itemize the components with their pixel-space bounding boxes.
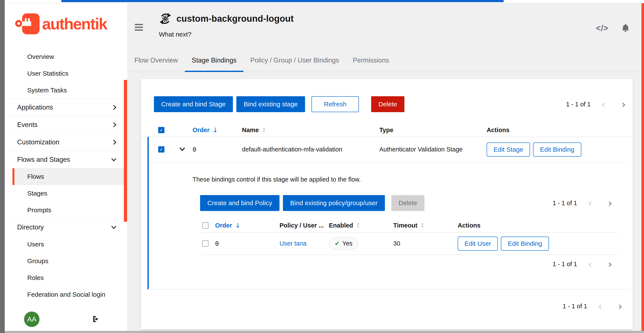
sort-icon: ↕ bbox=[356, 222, 361, 229]
logout-button[interactable] bbox=[92, 315, 100, 323]
pagination-label: 1 - 1 of 1 bbox=[563, 303, 587, 310]
edit-binding-button[interactable]: Edit Binding bbox=[501, 236, 549, 251]
avatar[interactable]: AA bbox=[24, 311, 40, 327]
sidebar-item-federation[interactable]: Federation and Social login bbox=[5, 286, 127, 303]
tab-bar: Flow Overview Stage Bindings Policy / Gr… bbox=[128, 55, 644, 72]
chevron-down-icon bbox=[111, 225, 117, 229]
page-load-progress-bar bbox=[62, 0, 504, 2]
cell-actions: Edit Stage Edit Binding bbox=[487, 142, 630, 157]
authentik-logo[interactable]: authentik bbox=[5, 3, 127, 36]
logout-icon bbox=[92, 315, 100, 323]
hamburger-menu-icon[interactable] bbox=[135, 24, 143, 32]
bell-icon bbox=[621, 23, 630, 33]
binding-table-header: Order ↓ Policy / User ... Enabled ↕ Time… bbox=[202, 219, 619, 232]
cell-actions: Edit User Edit Binding bbox=[458, 236, 619, 251]
tab-flow-overview[interactable]: Flow Overview bbox=[128, 55, 185, 72]
sidebar-group-flows-and-stages-children: Flows Stages Prompts bbox=[5, 168, 127, 218]
bind-existing-policy-button[interactable]: Bind existing policy/group/user bbox=[283, 195, 385, 211]
header-icons: </> bbox=[596, 23, 630, 34]
page-scrollbar-thumb[interactable] bbox=[642, 3, 644, 331]
sidebar-item-flows[interactable]: Flows bbox=[12, 168, 127, 185]
pagination-prev-icon[interactable]: ‹ bbox=[586, 199, 594, 207]
page-header: custom-background-logout What next? bbox=[159, 12, 294, 38]
edit-user-button[interactable]: Edit User bbox=[458, 236, 498, 251]
page-title-row: custom-background-logout bbox=[159, 12, 294, 25]
sidebar-footer: AA bbox=[5, 311, 127, 327]
notifications-button[interactable] bbox=[621, 23, 630, 34]
api-code-icon[interactable]: </> bbox=[596, 24, 608, 33]
sidebar-item-label: Applications bbox=[17, 104, 53, 111]
authentik-wordmark: authentik bbox=[42, 15, 107, 33]
sidebar-scrollbar-thumb[interactable] bbox=[124, 80, 127, 222]
page-title: custom-background-logout bbox=[176, 14, 294, 24]
edit-stage-button[interactable]: Edit Stage bbox=[487, 142, 530, 157]
binding-table-row: 0 User tana ✔ Yes 30 Edit User bbox=[202, 232, 619, 255]
row-checkbox[interactable]: ✓ bbox=[158, 146, 164, 153]
sidebar-item-groups[interactable]: Groups bbox=[5, 253, 127, 269]
refresh-button[interactable]: Refresh bbox=[312, 96, 359, 112]
sidebar-item-overview[interactable]: Overview bbox=[5, 48, 127, 65]
stage-table-pagination-top: 1 - 1 of 1 ‹ › bbox=[566, 101, 628, 108]
sidebar-item-label: Customization bbox=[17, 139, 59, 146]
select-all-checkbox[interactable]: ✓ bbox=[158, 127, 164, 133]
row-checkbox[interactable] bbox=[202, 240, 208, 247]
window-edge-left bbox=[0, 0, 5, 333]
stage-toolbar: Create and bind Stage Bind existing stag… bbox=[154, 96, 628, 112]
sidebar-item-user-statistics[interactable]: User Statistics bbox=[5, 65, 127, 82]
enabled-badge: ✔ Yes bbox=[329, 238, 358, 249]
expanded-row-block: ✓ 0 default-authentication-mfa-validatio… bbox=[148, 137, 630, 289]
sidebar-item-flows-and-stages[interactable]: Flows and Stages bbox=[5, 151, 127, 168]
binding-panel-description: These bindings control if this stage wil… bbox=[192, 176, 630, 183]
pagination-next-icon[interactable]: › bbox=[616, 302, 624, 310]
column-header-enabled[interactable]: Enabled ↕ bbox=[329, 222, 393, 229]
stage-table-header: ✓ Order ↓ Name ↕ Type Actions bbox=[141, 124, 630, 137]
column-header-name[interactable]: Name ↕ bbox=[242, 127, 379, 134]
pagination-next-icon[interactable]: › bbox=[620, 101, 628, 108]
sidebar-item-label: Flows and Stages bbox=[17, 156, 70, 163]
row-expander-button[interactable] bbox=[172, 147, 192, 152]
sidebar-item-prompts[interactable]: Prompts bbox=[5, 202, 127, 218]
cell-timeout: 30 bbox=[393, 240, 458, 247]
enabled-badge-label: Yes bbox=[342, 240, 352, 247]
sidebar-item-directory[interactable]: Directory bbox=[5, 218, 127, 236]
pagination-label: 1 - 1 of 1 bbox=[566, 101, 590, 108]
column-header-order[interactable]: Order ↓ bbox=[192, 126, 242, 134]
cell-name: default-authentication-mfa-validation bbox=[242, 146, 379, 153]
create-and-bind-stage-button[interactable]: Create and bind Stage bbox=[154, 96, 233, 112]
pagination-prev-icon[interactable]: ‹ bbox=[600, 101, 607, 108]
sidebar-item-roles[interactable]: Roles bbox=[5, 269, 127, 286]
binding-panel-toolbar: Create and bind Policy Bind existing pol… bbox=[200, 195, 614, 211]
column-header-timeout[interactable]: Timeout ↕ bbox=[393, 222, 458, 229]
tab-permissions[interactable]: Permissions bbox=[346, 55, 396, 72]
column-header-policy-user: Policy / User ... bbox=[280, 222, 329, 229]
pagination-prev-icon[interactable]: ‹ bbox=[586, 260, 594, 268]
sidebar-item-users[interactable]: Users bbox=[5, 236, 127, 253]
create-and-bind-policy-button[interactable]: Create and bind Policy bbox=[200, 195, 280, 211]
cell-type: Authenticator Validation Stage bbox=[379, 146, 487, 153]
sidebar-item-events[interactable]: Events bbox=[5, 116, 127, 133]
tab-stage-bindings[interactable]: Stage Bindings bbox=[185, 55, 244, 72]
sidebar-item-applications[interactable]: Applications bbox=[5, 99, 127, 116]
column-header-type: Type bbox=[379, 127, 487, 134]
sidebar: authentik Overview User Statistics Syste… bbox=[5, 3, 127, 331]
sidebar-item-customization[interactable]: Customization bbox=[5, 133, 127, 151]
page-subtitle: What next? bbox=[159, 31, 294, 38]
bind-existing-stage-button[interactable]: Bind existing stage bbox=[236, 96, 305, 112]
chevron-right-icon bbox=[112, 139, 117, 145]
delete-button[interactable]: Delete bbox=[371, 96, 404, 112]
chevron-right-icon bbox=[112, 104, 117, 110]
policy-user-link[interactable]: User tana bbox=[280, 240, 329, 247]
sidebar-item-label: Events bbox=[17, 121, 38, 129]
binding-table-pagination-top: 1 - 1 of 1 ‹ › bbox=[552, 199, 614, 207]
cell-order: 0 bbox=[215, 240, 280, 247]
select-all-checkbox[interactable] bbox=[202, 222, 208, 229]
tab-policy-group-user-bindings[interactable]: Policy / Group / User Bindings bbox=[244, 55, 346, 72]
sidebar-item-system-tasks[interactable]: System Tasks bbox=[5, 82, 127, 99]
edit-binding-button[interactable]: Edit Binding bbox=[533, 142, 581, 157]
pagination-next-icon[interactable]: › bbox=[606, 260, 614, 268]
pagination-prev-icon[interactable]: ‹ bbox=[596, 302, 604, 310]
sidebar-item-stages[interactable]: Stages bbox=[5, 185, 127, 202]
column-header-order[interactable]: Order ↓ bbox=[215, 222, 280, 229]
pagination-next-icon[interactable]: › bbox=[606, 199, 614, 207]
panel-delete-button[interactable]: Delete bbox=[391, 195, 424, 211]
